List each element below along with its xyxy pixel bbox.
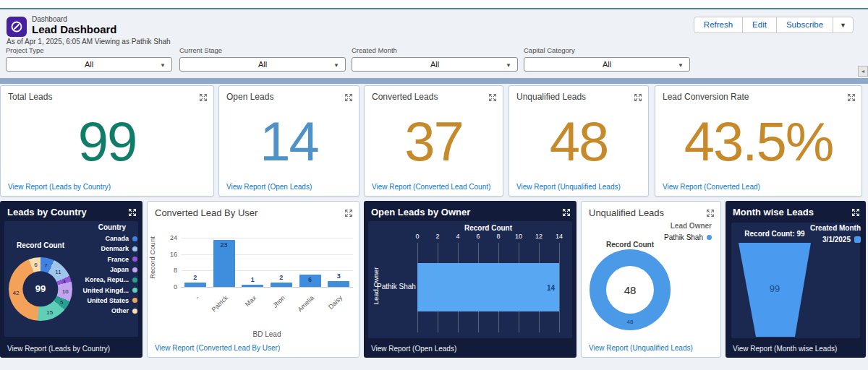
expand-icon[interactable] — [562, 207, 571, 215]
expand-icon[interactable] — [199, 92, 208, 100]
legend-item[interactable]: Japan — [83, 264, 138, 275]
filter-select-current-stage[interactable]: All ▼ — [179, 57, 346, 72]
subscribe-button[interactable]: Subscribe — [777, 17, 833, 33]
last-refreshed-text: As of Apr 1, 2025, 6:05 AM Viewing as Pa… — [7, 38, 171, 46]
view-report-link[interactable]: View Report (Converted Lead Count) — [372, 183, 490, 191]
x-tick-label: 10 — [515, 233, 522, 240]
horizontal-scrollbar[interactable] — [0, 78, 868, 84]
bar-Jhon[interactable] — [271, 283, 292, 287]
chevron-down-icon: ▼ — [506, 62, 511, 69]
view-report-link[interactable]: View Report (Month wise Leads) — [733, 345, 837, 353]
legend-item[interactable]: Korea, Repu... — [83, 275, 138, 285]
donut-axis-caption: Record Count — [9, 241, 72, 249]
more-actions-button[interactable]: ▼ — [833, 17, 853, 33]
legend-dot — [132, 288, 137, 293]
bar-chart-plot[interactable]: 0816242-23Patrick1Max2Jhon6Amelia3Daisy — [181, 238, 353, 287]
filter-value: All — [430, 60, 439, 69]
kpi-card-total-leads: Total Leads 99 View Report (Leads by Cou… — [0, 85, 214, 197]
bar-value-label: 2 — [193, 274, 197, 281]
x-tick-label: 0 — [415, 233, 419, 240]
legend-item[interactable]: France — [83, 254, 138, 264]
legend-title: Created Month — [810, 224, 861, 232]
expand-icon[interactable] — [634, 92, 642, 100]
bar-value-label: 6 — [308, 276, 312, 283]
legend-swatch — [854, 236, 861, 243]
donut-slice-value: 15 — [46, 309, 53, 315]
expand-icon[interactable] — [128, 207, 137, 215]
scroll-arrow-button[interactable]: ◄ — [858, 66, 868, 77]
chevron-down-icon: ▼ — [160, 62, 166, 69]
chart-title: Open Leads by Owner — [371, 207, 470, 218]
bar-value-label: 2 — [279, 274, 283, 281]
unqualified-leads-donut[interactable]: 48 48 — [590, 249, 671, 330]
legend-item[interactable]: United Kingd... — [83, 285, 138, 295]
view-report-link[interactable]: View Report (Leads by Country) — [8, 183, 111, 191]
funnel-caption: Record Count: 99 — [731, 230, 818, 238]
legend-item[interactable]: United States — [83, 296, 138, 306]
kpi-card-lead-conversion-rate: Lead Conversion Rate 43.5% View Report (… — [655, 85, 862, 197]
y-tick-label: 16 — [170, 251, 177, 258]
bar-value-label: 23 — [220, 241, 227, 249]
view-report-link[interactable]: View Report (Unqualified Leads) — [589, 344, 693, 352]
leads-by-country-donut[interactable]: 99 711310515426 — [9, 257, 72, 321]
expand-icon[interactable] — [488, 92, 497, 100]
legend-item[interactable]: Other — [83, 306, 138, 316]
funnel-value-label: 99 — [739, 283, 811, 294]
x-axis-label: BD Lead — [181, 330, 353, 338]
view-report-link[interactable]: View Report (Leads by Country) — [7, 345, 110, 353]
top-axis-label: Record Count — [417, 224, 559, 232]
donut-slice-value: 5 — [60, 299, 63, 306]
filter-value: All — [85, 60, 93, 69]
donut-slice-value: 7 — [44, 262, 47, 268]
bar--[interactable] — [184, 283, 206, 287]
bar-Max[interactable] — [242, 285, 263, 287]
view-report-link[interactable]: View Report (Open Leads) — [226, 183, 312, 191]
filter-select-capital-category[interactable]: All ▼ — [524, 57, 690, 72]
filter-value: All — [603, 60, 611, 69]
kpi-title: Unqualified Leads — [516, 92, 586, 102]
kpi-title: Open Leads — [226, 92, 273, 102]
legend-dot — [132, 246, 137, 251]
legend-label: United States — [87, 297, 129, 304]
bar-Pathik Shah[interactable]: 14 — [417, 263, 559, 311]
edit-button[interactable]: Edit — [743, 17, 777, 33]
bar-Daisy[interactable] — [328, 281, 349, 288]
created-month-legend: Created Month 3/1/2025 — [810, 224, 861, 244]
breadcrumb: Dashboard — [32, 15, 67, 23]
filter-select-created-month[interactable]: All ▼ — [352, 57, 518, 72]
y-category-label: Pathik Shah — [377, 283, 414, 291]
view-report-link[interactable]: View Report (Converted Lead By User) — [155, 344, 280, 352]
x-tick-label: 8 — [496, 233, 500, 240]
view-report-link[interactable]: View Report (Open Leads) — [371, 345, 456, 353]
legend-title: Country — [83, 223, 138, 231]
filter-label: Created Month — [352, 46, 518, 54]
chart-card-open-leads-by-owner: Open Leads by Owner Record Count Lead Ow… — [364, 201, 576, 358]
header-button-group: Refresh Edit Subscribe ▼ — [694, 17, 854, 33]
expand-icon[interactable] — [344, 92, 353, 100]
filter-created-month: Created Month All ▼ — [352, 46, 518, 72]
expand-icon[interactable] — [344, 207, 353, 216]
legend-title: Lead Owner — [664, 222, 712, 230]
bar-value-label: 3 — [337, 272, 341, 280]
y-tick-label: 8 — [174, 267, 177, 274]
x-category-label: Amelia — [284, 294, 315, 326]
legend-label: Other — [111, 307, 129, 314]
gridline — [181, 238, 353, 238]
chart-title: Unqualified Leads — [589, 207, 664, 218]
legend-item[interactable]: Denmark — [83, 244, 138, 254]
x-category-label: Max — [226, 294, 258, 326]
refresh-button[interactable]: Refresh — [694, 17, 743, 33]
x-tick-label: 14 — [556, 233, 563, 240]
legend-dot — [132, 257, 137, 262]
legend-label: United Kingd... — [83, 287, 129, 294]
legend-item[interactable]: Canada — [83, 233, 138, 244]
view-report-link[interactable]: View Report (Unqualified Leads) — [516, 183, 621, 191]
filter-select-project-type[interactable]: All ▼ — [6, 57, 172, 72]
chart-card-leads-by-country: Leads by Country Record Count 99 7113105… — [0, 201, 142, 358]
legend-label: Canada — [105, 235, 129, 242]
view-report-link[interactable]: View Report (Converted Lead) — [663, 183, 760, 191]
donut-slice-value: 42 — [13, 289, 20, 296]
expand-icon[interactable] — [847, 92, 856, 100]
expand-icon[interactable] — [706, 207, 715, 216]
expand-icon[interactable] — [851, 207, 860, 215]
